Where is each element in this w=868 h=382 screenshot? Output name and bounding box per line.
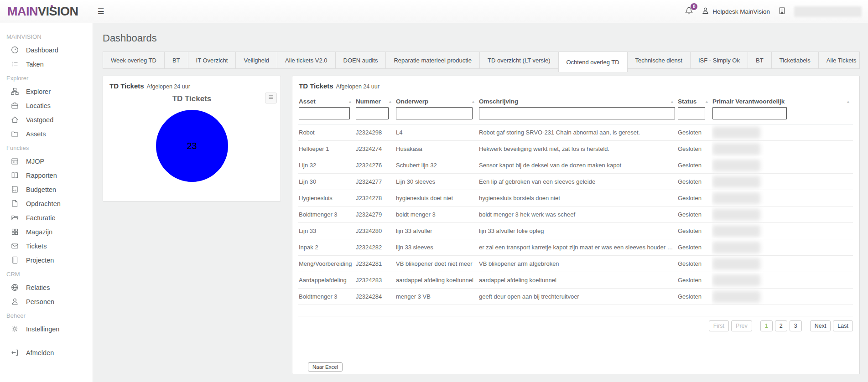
sidebar-item-tickets[interactable]: Tickets <box>0 239 93 253</box>
sidebar-item-assets[interactable]: Assets <box>0 127 93 141</box>
tab-isf-simply-ok[interactable]: ISF - Simply Ok <box>691 52 748 68</box>
sidebar-item-rapporten[interactable]: Rapporten <box>0 168 93 182</box>
organization-icon[interactable] <box>778 7 786 16</box>
table-row[interactable]: AardappelafdelingJ2324283aardappel afdel… <box>298 272 853 289</box>
table-row[interactable]: HygienesluisJ2324278hygienesluis doet ni… <box>298 190 853 206</box>
tab-technische-dienst[interactable]: Technische dienst <box>628 52 691 68</box>
tab-td-overzicht-lt-versie[interactable]: TD overzicht (LT versie) <box>480 52 559 68</box>
cell-nummer: J2324279 <box>355 206 395 223</box>
filter-omschrijving-input[interactable] <box>479 107 675 119</box>
page-next-button[interactable]: Next <box>810 320 831 331</box>
cell-onderwerp: menger 3 VB <box>395 289 478 305</box>
sidebar-item-relaties[interactable]: Relaties <box>0 280 93 294</box>
notification-count-badge: 0 <box>691 3 697 10</box>
column-header-status[interactable]: Status▲ <box>677 93 712 106</box>
page-3-button[interactable]: 3 <box>790 320 802 331</box>
sidebar-item-label: Facturatie <box>26 214 55 222</box>
pie-panel-title: TD Tickets <box>109 82 144 90</box>
page-first-button[interactable]: First <box>709 320 729 331</box>
tab-reparatie-materieel-productie[interactable]: Reparatie materieel productie <box>386 52 480 68</box>
table-row[interactable]: RobotJ2324298L4Robot gaf storing SRVO-23… <box>298 124 853 141</box>
redacted-name <box>712 291 760 303</box>
table-row[interactable]: Lijn 33J2324280lijn 33 afvullerlijn 33 a… <box>298 223 853 239</box>
sidebar-item-budgetten[interactable]: Budgetten <box>0 182 93 196</box>
sort-asc-icon[interactable]: ▲ <box>670 98 674 104</box>
table-row[interactable]: Boldtmenger 3J2324279boldt menger 3boldt… <box>298 206 853 223</box>
sidebar-item-label: Assets <box>26 130 46 138</box>
sort-asc-icon[interactable]: ▲ <box>348 98 352 104</box>
column-header-asset[interactable]: Asset▲ <box>298 93 355 106</box>
sidebar-item-vastgoed[interactable]: Vastgoed <box>0 113 93 127</box>
filter-status-input[interactable] <box>678 107 705 119</box>
sidebar-item-locaties[interactable]: Locaties <box>0 98 93 113</box>
page-prev-button[interactable]: Prev <box>731 320 752 331</box>
sidebar-item-taken[interactable]: Taken <box>0 57 93 71</box>
tab-alle-tickets-v2-0[interactable]: Alle tickets V2.0 <box>277 52 336 68</box>
filter-onderwerp-input[interactable] <box>396 107 473 119</box>
sidebar-item-instellingen[interactable]: Instellingen <box>0 322 93 336</box>
tab-bt[interactable]: BT <box>748 52 772 68</box>
tab-ticketlabels[interactable]: Ticketlabels <box>772 52 819 68</box>
tab-week-overleg-td[interactable]: Week overleg TD <box>103 52 165 68</box>
sidebar-toggle-icon[interactable]: ☰ <box>98 7 104 16</box>
app-logo[interactable]: MAINVISION <box>7 5 78 19</box>
chart-title: TD Tickets <box>103 94 281 103</box>
cell-status: Gesloten <box>677 206 712 223</box>
sidebar-item-magazijn[interactable]: Magazijn <box>0 225 93 239</box>
cell-asset: Boldtmenger 3 <box>298 206 355 223</box>
notifications-button[interactable]: 0 <box>685 6 693 17</box>
table-row[interactable]: Meng/VoorbereidingJ2324281VB blikopener … <box>298 256 853 272</box>
sort-asc-icon[interactable]: ▲ <box>471 98 475 104</box>
page-2-button[interactable]: 2 <box>775 320 787 331</box>
sidebar-item-opdrachten[interactable]: Opdrachten <box>0 196 93 211</box>
tab-ochtend-overleg-td-active[interactable]: Ochtend overleg TD <box>558 52 628 72</box>
user-menu[interactable]: Helpdesk MainVision <box>702 7 770 16</box>
column-header-omschrijving[interactable]: Omschrijving▲ <box>478 93 677 106</box>
sidebar-item-facturatie[interactable]: Facturatie <box>0 211 93 225</box>
sort-asc-icon[interactable]: ▲ <box>388 98 392 104</box>
table-row[interactable]: Inpak 2J2324282lijn 33 sleeveser zal een… <box>298 239 853 256</box>
sidebar-item-dashboard[interactable]: Dashboard <box>0 43 93 57</box>
table-row[interactable]: Boldtmenger 3J2324284menger 3 VBgeeft de… <box>298 289 853 305</box>
sidebar-item-personen[interactable]: Personen <box>0 294 93 309</box>
cell-asset: Boldtmenger 3 <box>298 289 355 305</box>
tab-doen-audits[interactable]: DOEN audits <box>336 52 386 68</box>
sidebar-item-projecten[interactable]: Projecten <box>0 253 93 267</box>
sort-asc-icon[interactable]: ▲ <box>705 98 709 104</box>
pie-slice-td-tickets[interactable]: 23 <box>156 110 228 182</box>
cell-onderwerp: lijn 33 sleeves <box>395 239 478 256</box>
filter-nummer-input[interactable] <box>356 107 389 119</box>
page-last-button[interactable]: Last <box>833 320 853 331</box>
chart-context-menu-button[interactable] <box>265 93 277 103</box>
tab-it-overzicht[interactable]: IT Overzicht <box>188 52 236 68</box>
page-1-button[interactable]: 1 <box>760 320 773 331</box>
sidebar-section-title-mainvision: MAINVISION <box>0 30 93 43</box>
cell-onderwerp: L4 <box>395 124 478 141</box>
sidebar-item-afmelden[interactable]: Afmelden <box>0 346 93 360</box>
column-header-nummer[interactable]: Nummer▲ <box>355 93 395 106</box>
cell-omschrijving: geeft deur open aan bij trechteruitvoer <box>478 289 677 305</box>
filter-asset-input[interactable] <box>299 107 350 119</box>
table-row[interactable]: Lijn 32J2324276Schubert lijn 32Sensor ka… <box>298 157 853 174</box>
user-icon <box>702 7 709 16</box>
table-row[interactable]: Hefkieper 1J2324274HusakasaHekwerk bevei… <box>298 141 853 157</box>
column-header-onderwerp[interactable]: Onderwerp▲ <box>395 93 478 106</box>
dashboard-tabbar: Week overleg TDBTIT OverzichtVeiligheidA… <box>103 52 860 69</box>
tab-veiligheid[interactable]: Veiligheid <box>236 52 277 68</box>
export-excel-button[interactable]: Naar Excel <box>308 362 343 372</box>
tab-bt[interactable]: BT <box>165 52 188 68</box>
column-header-primair[interactable]: Primair Verantwoordelijk▲ <box>712 93 853 106</box>
logout-icon <box>11 349 19 356</box>
cell-omschrijving: er zal een transport karretje kapot zijn… <box>478 239 677 256</box>
sidebar-item-mjop[interactable]: MJOP <box>0 154 93 168</box>
sidebar-item-explorer[interactable]: Explorer <box>0 84 93 98</box>
sort-asc-icon[interactable]: ▲ <box>846 98 850 104</box>
table-row[interactable]: Lijn 30J2324277Lijn 30 sleevesEen lip af… <box>298 174 853 190</box>
gauge-icon <box>11 46 19 54</box>
folder-icon <box>11 130 19 138</box>
cell-asset: Hefkieper 1 <box>298 141 355 157</box>
tickets-table-panel: TD Tickets Afgelopen 24 uur Asset▲Nummer… <box>292 76 860 374</box>
filter-primair-input[interactable] <box>712 107 787 119</box>
sidebar-section-title-functies: Functies <box>0 141 93 154</box>
tab-alle-tickets[interactable]: Alle Tickets <box>819 52 864 68</box>
